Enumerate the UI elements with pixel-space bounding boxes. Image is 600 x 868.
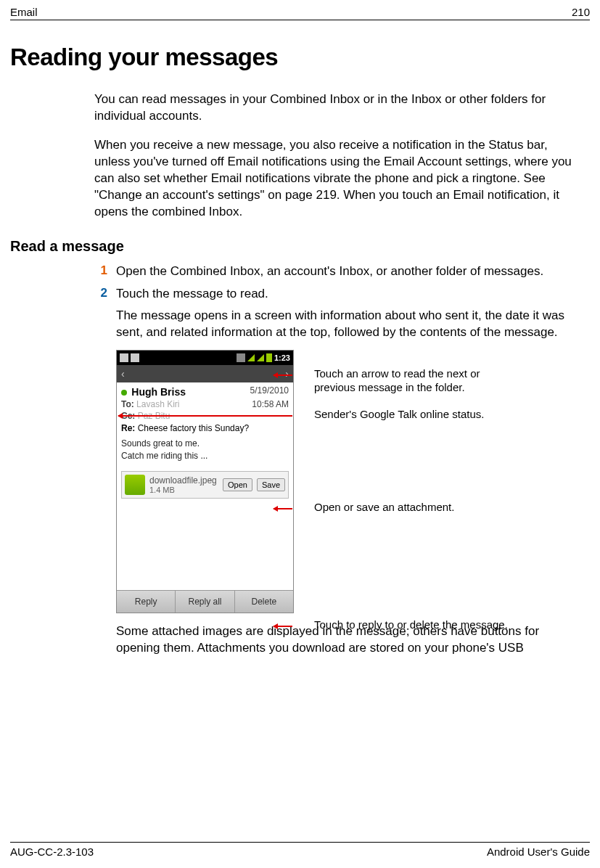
attachment-box: downloadfile.jpeg 1.4 MB Open Save — [121, 471, 289, 499]
subhead-read-a-message: Read a message — [10, 238, 590, 255]
signal-icon — [247, 354, 255, 361]
callout-bottom-text: Touch to reply to or delete the message. — [314, 618, 546, 632]
step-2: 2 Touch the message to read. — [94, 286, 583, 303]
notification-icon — [131, 353, 139, 362]
page-header: Email 210 — [10, 6, 590, 20]
step-number-2: 2 — [94, 286, 116, 303]
body-line-2: Catch me riding this ... — [121, 450, 289, 462]
subject-prefix: Re: — [121, 423, 135, 433]
callout-attach-text: Open or save an attachment. — [314, 501, 517, 515]
sender-name: Hugh Briss — [131, 386, 186, 398]
callout-status-text: Sender's Google Talk online status. — [314, 408, 517, 422]
message-date: 5/19/2010 — [250, 385, 289, 399]
notification-icon — [120, 353, 128, 362]
step-text-2: Touch the message to read. — [116, 286, 583, 303]
subject-text: Cheese factory this Sunday? — [138, 423, 249, 433]
step-2-continuation: The message opens in a screen with infor… — [116, 308, 583, 341]
sync-icon — [237, 353, 245, 362]
online-status-dot — [121, 390, 127, 396]
battery-icon — [266, 353, 272, 362]
delete-button[interactable]: Delete — [235, 591, 293, 613]
message-blank-area — [117, 503, 293, 590]
to-label: To: — [121, 399, 134, 409]
next-message-arrow[interactable]: › — [285, 368, 289, 380]
intro-paragraph-2: When you receive a new message, you also… — [94, 137, 583, 221]
intro-paragraph-1: You can read messages in your Combined I… — [94, 91, 583, 125]
to-value: Lavash Kiri — [136, 399, 179, 409]
attachment-filename: downloadfile.jpeg — [149, 475, 218, 486]
reply-button[interactable]: Reply — [117, 591, 176, 613]
message-time: 10:58 AM — [252, 399, 289, 411]
header-page-number: 210 — [572, 6, 590, 18]
prev-message-arrow[interactable]: ‹ — [121, 368, 125, 380]
step-text-1: Open the Combined Inbox, an account's In… — [116, 263, 583, 280]
signal-icon — [257, 354, 264, 361]
page-title: Reading your messages — [10, 44, 590, 71]
step-1: 1 Open the Combined Inbox, an account's … — [94, 263, 583, 280]
step-number-1: 1 — [94, 263, 116, 280]
attachment-open-button[interactable]: Open — [223, 478, 252, 491]
message-header: Hugh Briss 5/19/2010 To: Lavash Kiri 10:… — [117, 382, 293, 423]
reply-all-button[interactable]: Reply all — [176, 591, 234, 613]
header-section: Email — [10, 6, 38, 18]
message-body: Sounds great to me. Catch me riding this… — [117, 436, 293, 468]
attachment-save-button[interactable]: Save — [257, 478, 285, 491]
phone-screenshot: 1:23 ‹ › Hugh Briss 5/19/2010 — [116, 350, 294, 613]
nav-arrows-row: ‹ › — [117, 365, 293, 382]
page-footer: AUG-CC-2.3-103 Android User's Guide — [10, 842, 590, 858]
status-bar: 1:23 — [117, 351, 293, 365]
status-time: 1:23 — [274, 353, 290, 362]
body-line-1: Sounds great to me. — [121, 438, 289, 450]
message-buttons-row: Reply Reply all Delete — [117, 590, 293, 613]
footer-guide-title: Android User's Guide — [487, 846, 590, 858]
attachment-thumbnail-icon — [125, 475, 145, 495]
screenshot-container: 1:23 ‹ › Hugh Briss 5/19/2010 — [116, 350, 588, 613]
attachment-size: 1.4 MB — [149, 486, 218, 494]
message-subject: Re: Cheese factory this Sunday? — [117, 423, 293, 436]
footer-doc-id: AUG-CC-2.3-103 — [10, 846, 94, 858]
callout-arrows-text: Touch an arrow to read the next or previ… — [314, 367, 517, 395]
